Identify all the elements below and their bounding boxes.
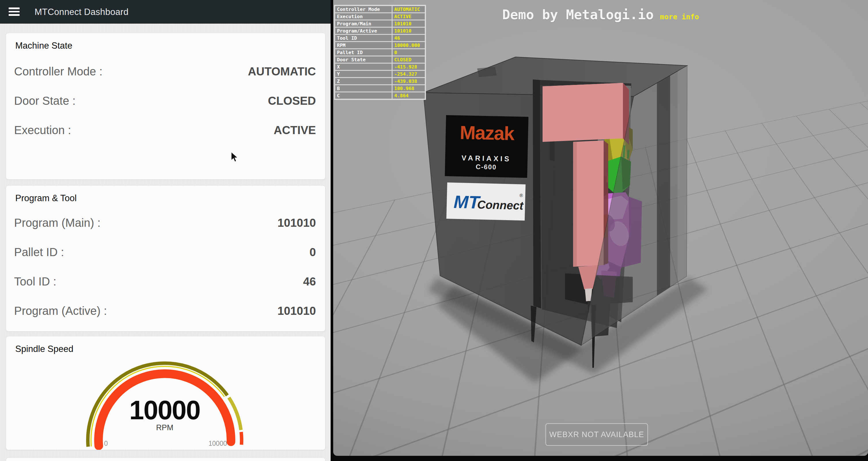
app-header: MTConnect Dashboard <box>0 0 331 24</box>
row-label: Program (Main) : <box>14 215 100 230</box>
hud-label: Program/Active <box>335 28 392 34</box>
hud-row: RPM10000.000 <box>335 42 425 48</box>
row-program-active: Program (Active) : 101010 <box>14 303 316 318</box>
row-tool-id: Tool ID : 46 <box>14 274 316 289</box>
hud-row: B100.968 <box>335 85 425 92</box>
hud-label: B <box>335 85 392 92</box>
more-info-link[interactable]: more info <box>660 13 699 21</box>
row-label: Door State : <box>14 93 75 108</box>
hud-row: Program/Active101010 <box>335 28 425 34</box>
row-value: 0 <box>310 244 316 260</box>
gauge-min-label: 0 <box>104 440 108 447</box>
card-title: Machine State <box>15 40 72 51</box>
row-pallet-id: Pallet ID : 0 <box>14 244 316 260</box>
row-execution: Execution : ACTIVE <box>14 123 316 137</box>
hud-label: Door State <box>335 56 392 63</box>
row-label: Program (Active) : <box>14 303 107 318</box>
hud-value: CLOSED <box>393 56 425 63</box>
spindle-gauge: 10000 RPM 0 10000 <box>6 336 325 450</box>
variaxis-label: VARIAXIS <box>461 154 511 163</box>
row-label: Execution : <box>14 123 71 137</box>
machine-state-card: Machine State Controller Mode : AUTOMATI… <box>6 33 326 179</box>
hud-row: Pallet ID0 <box>335 49 425 56</box>
bottom-strip <box>333 456 868 461</box>
viewer-header: Demo by Metalogi.io more info <box>333 7 868 23</box>
webxr-button[interactable]: WEBXR NOT AVAILABLE <box>546 423 648 446</box>
screen: MTConnect Dashboard Machine State Contro… <box>0 0 868 461</box>
gauge-ring-red-stub <box>241 432 242 444</box>
gauge-max-label: 10000 <box>209 440 227 447</box>
hud-value: 101010 <box>393 28 425 34</box>
row-door-state: Door State : CLOSED <box>14 93 316 108</box>
dashboard-panel: MTConnect Dashboard Machine State Contro… <box>0 0 331 461</box>
gauge-value: 10000 <box>129 395 200 425</box>
hud-label: C <box>335 92 392 99</box>
viewer-3d-canvas[interactable]: Mazak VARIAXIS C-600 MT Connect ® Contro… <box>333 0 868 456</box>
program-tool-card: Program & Tool Program (Main) : 101010 P… <box>6 185 326 331</box>
viewer-title: Demo by Metalogi.io <box>502 7 654 23</box>
model-label: C-600 <box>476 163 497 171</box>
row-program-main: Program (Main) : 101010 <box>14 215 316 230</box>
partial-card <box>6 458 326 461</box>
hud-value: -254.327 <box>393 71 425 77</box>
hud-label: Tool ID <box>335 35 392 41</box>
hud-row: X-415.928 <box>335 64 425 70</box>
row-label: Pallet ID : <box>14 244 64 260</box>
row-label: Tool ID : <box>14 274 57 289</box>
hud-label: X <box>335 64 392 70</box>
row-label: Controller Mode : <box>14 64 102 79</box>
row-value: ACTIVE <box>274 123 316 137</box>
hud-value: 46 <box>393 35 425 41</box>
row-value: CLOSED <box>268 93 316 108</box>
row-value: 101010 <box>278 215 316 230</box>
hud-value: -415.928 <box>393 64 425 70</box>
menu-icon[interactable] <box>9 7 20 16</box>
mtconnect-connect: Connect <box>477 198 524 212</box>
hud-value: 100.968 <box>393 85 425 92</box>
app-title: MTConnect Dashboard <box>35 0 128 23</box>
row-value: AUTOMATIC <box>248 64 316 79</box>
row-value: 101010 <box>278 303 316 318</box>
hud-label: Pallet ID <box>335 49 392 56</box>
panel-divider <box>331 0 333 461</box>
hud-value: 4.864 <box>393 92 425 99</box>
hud-row: Door StateCLOSED <box>335 56 425 63</box>
spindle-speed-card: Spindle Speed 10000 RPM 0 10000 <box>6 336 326 450</box>
hud-value: 10000.000 <box>393 42 425 48</box>
hud-label: Z <box>335 78 392 84</box>
mazak-logo-panel: Mazak VARIAXIS C-600 <box>445 115 528 178</box>
hud-value: 0 <box>393 49 425 56</box>
registered-mark: ® <box>520 193 523 198</box>
hud-value: -439.038 <box>393 78 425 84</box>
hud-label: Y <box>335 71 392 77</box>
row-controller-mode: Controller Mode : AUTOMATIC <box>14 64 316 79</box>
hud-row: C4.864 <box>335 92 425 99</box>
mtconnect-logo-panel: MT Connect ® <box>446 183 526 221</box>
mazak-wordmark: Mazak <box>460 122 515 144</box>
hud-row: Y-254.327 <box>335 71 425 77</box>
hud-label: RPM <box>335 42 392 48</box>
gauge-unit: RPM <box>156 423 174 432</box>
card-title: Program & Tool <box>15 193 76 203</box>
hud-row: Tool ID46 <box>335 35 425 41</box>
hud-row: Z-439.038 <box>335 78 425 84</box>
row-value: 46 <box>303 274 316 289</box>
